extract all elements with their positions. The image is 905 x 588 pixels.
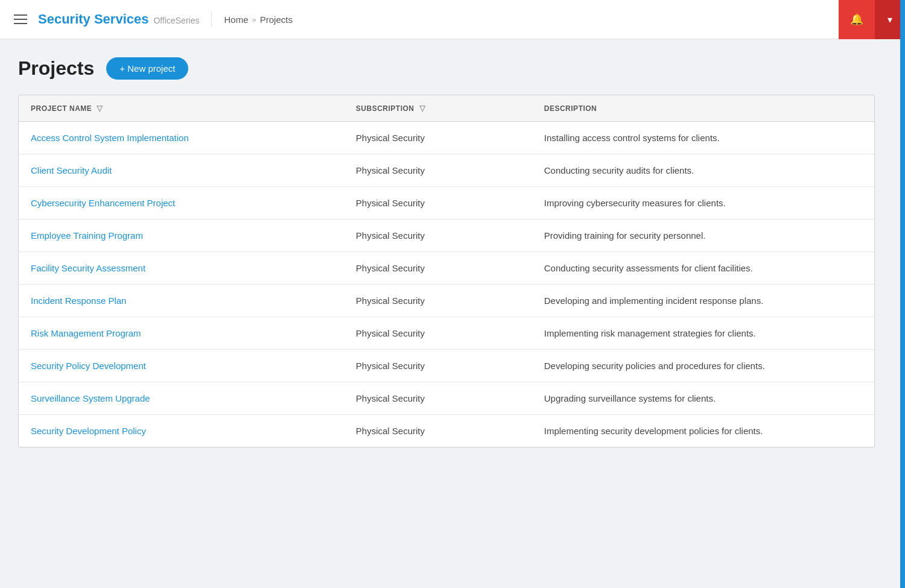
table-row: Incident Response PlanPhysical SecurityD… xyxy=(19,285,874,317)
subscription-cell: Physical Security xyxy=(344,382,532,415)
new-project-button[interactable]: + New project xyxy=(106,57,188,80)
project-name-link[interactable]: Access Control System Implementation xyxy=(31,133,189,143)
subscription-cell: Physical Security xyxy=(344,220,532,252)
notifications-button[interactable]: 🔔 xyxy=(839,0,875,39)
page-title: Projects xyxy=(18,57,94,80)
col-header-project: PROJECT NAME ▽ xyxy=(19,95,344,122)
subscription-cell: Physical Security xyxy=(344,285,532,317)
table-row: Cybersecurity Enhancement ProjectPhysica… xyxy=(19,187,874,220)
description-cell: Implementing risk management strategies … xyxy=(532,317,874,350)
description-cell: Improving cybersecurity measures for cli… xyxy=(532,187,874,220)
brand-subtitle: OfficeSeries xyxy=(153,16,199,25)
nav-current-page: Projects xyxy=(260,14,293,25)
subscription-cell: Physical Security xyxy=(344,154,532,187)
main-content: Projects + New project PROJECT NAME ▽ SU… xyxy=(0,39,905,466)
projects-table: PROJECT NAME ▽ SUBSCRIPTION ▽ DESCRIPTIO… xyxy=(19,95,874,447)
table-row: Employee Training ProgramPhysical Securi… xyxy=(19,220,874,252)
header-actions: 🔔 ▾ xyxy=(839,0,905,39)
description-cell: Conducting security assessments for clie… xyxy=(532,252,874,285)
project-filter-icon[interactable]: ▽ xyxy=(97,104,103,113)
project-name-link[interactable]: Facility Security Assessment xyxy=(31,263,145,273)
description-cell: Conducting security audits for clients. xyxy=(532,154,874,187)
project-name-link[interactable]: Surveillance System Upgrade xyxy=(31,393,150,403)
subscription-filter-icon[interactable]: ▽ xyxy=(419,104,426,113)
description-cell: Providing training for security personne… xyxy=(532,220,874,252)
header: Security Services OfficeSeries Home » Pr… xyxy=(0,0,905,39)
projects-table-container: PROJECT NAME ▽ SUBSCRIPTION ▽ DESCRIPTIO… xyxy=(18,95,875,447)
nav-home-link[interactable]: Home xyxy=(224,14,248,25)
project-name-link[interactable]: Risk Management Program xyxy=(31,328,141,338)
table-row: Security Development PolicyPhysical Secu… xyxy=(19,415,874,447)
scrollbar-accent xyxy=(900,0,905,588)
subscription-cell: Physical Security xyxy=(344,317,532,350)
table-row: Client Security AuditPhysical SecurityCo… xyxy=(19,154,874,187)
header-brand: Security Services OfficeSeries xyxy=(38,11,212,27)
project-name-link[interactable]: Client Security Audit xyxy=(31,165,112,175)
description-cell: Developing security policies and procedu… xyxy=(532,350,874,382)
table-row: Security Policy DevelopmentPhysical Secu… xyxy=(19,350,874,382)
project-name-link[interactable]: Employee Training Program xyxy=(31,230,143,241)
dropdown-arrow-icon: ▾ xyxy=(888,14,892,25)
table-body: Access Control System ImplementationPhys… xyxy=(19,122,874,447)
description-cell: Upgrading surveillance systems for clien… xyxy=(532,382,874,415)
description-cell: Implementing security development polici… xyxy=(532,415,874,447)
col-header-description: DESCRIPTION xyxy=(532,95,874,122)
table-row: Risk Management ProgramPhysical Security… xyxy=(19,317,874,350)
description-cell: Installing access control systems for cl… xyxy=(532,122,874,154)
nav-separator: » xyxy=(252,15,256,24)
subscription-cell: Physical Security xyxy=(344,187,532,220)
breadcrumb: Home » Projects xyxy=(224,14,292,25)
subscription-cell: Physical Security xyxy=(344,252,532,285)
subscription-cell: Physical Security xyxy=(344,350,532,382)
table-row: Surveillance System UpgradePhysical Secu… xyxy=(19,382,874,415)
project-name-link[interactable]: Incident Response Plan xyxy=(31,296,126,306)
page-header: Projects + New project xyxy=(18,57,887,80)
col-header-subscription: SUBSCRIPTION ▽ xyxy=(344,95,532,122)
table-row: Facility Security AssessmentPhysical Sec… xyxy=(19,252,874,285)
table-row: Access Control System ImplementationPhys… xyxy=(19,122,874,154)
project-name-link[interactable]: Cybersecurity Enhancement Project xyxy=(31,198,175,208)
subscription-cell: Physical Security xyxy=(344,122,532,154)
project-name-link[interactable]: Security Development Policy xyxy=(31,426,146,436)
brand-title: Security Services xyxy=(38,11,148,27)
bell-icon: 🔔 xyxy=(850,13,863,26)
menu-icon[interactable] xyxy=(9,10,32,29)
table-header: PROJECT NAME ▽ SUBSCRIPTION ▽ DESCRIPTIO… xyxy=(19,95,874,122)
description-cell: Developing and implementing incident res… xyxy=(532,285,874,317)
subscription-cell: Physical Security xyxy=(344,415,532,447)
project-name-link[interactable]: Security Policy Development xyxy=(31,361,146,371)
